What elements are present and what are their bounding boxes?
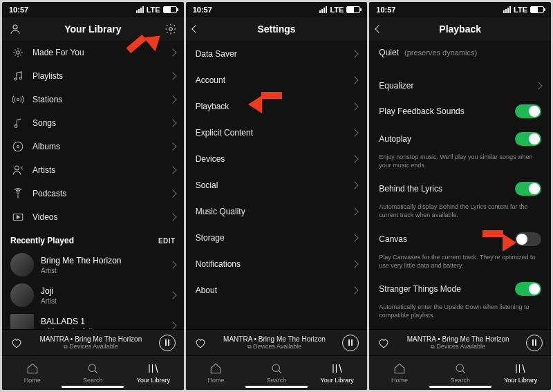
library-item-videos[interactable]: Videos	[2, 205, 184, 229]
recent-item[interactable]: Joji Artist	[2, 280, 184, 310]
playback-row-canvas: Canvas	[369, 225, 551, 253]
settings-item-notifications[interactable]: Notifications	[186, 251, 368, 277]
settings-title: Settings	[257, 24, 295, 35]
home-indicator	[429, 386, 491, 388]
now-playing-meta: MANTRA • Bring Me The Horizon ⧉ Devices …	[30, 335, 152, 351]
screen-settings: 10:57 LTE Settings Data Saver Account Pl…	[186, 2, 368, 390]
chevron-right-icon	[351, 129, 359, 136]
library-title: Your Library	[64, 24, 121, 35]
settings-item-music-quality[interactable]: Music Quality	[186, 198, 368, 225]
chevron-right-icon	[351, 286, 359, 294]
library-icon	[147, 362, 160, 375]
playback-desc: Enjoy nonstop music. We'll play you simi…	[369, 153, 551, 175]
chevron-right-icon	[169, 72, 176, 80]
pause-button[interactable]	[159, 335, 176, 351]
settings-item-social[interactable]: Social	[186, 172, 368, 198]
chevron-right-icon	[169, 189, 176, 197]
tab-search[interactable]: Search	[63, 356, 124, 390]
playback-list: Quiet(preserves dynamics) Equalizer Play…	[369, 41, 551, 329]
recent-item[interactable]: Bring Me The Horizon Artist	[2, 250, 184, 280]
artwork	[10, 283, 34, 307]
toggle-play-feedback-sounds[interactable]	[515, 104, 541, 118]
tab-your-library[interactable]: Your Library	[307, 356, 368, 390]
tab-your-library[interactable]: Your Library	[123, 356, 184, 390]
library-item-artists[interactable]: Artists	[2, 158, 184, 182]
now-playing-bar[interactable]: MANTRA • Bring Me The Horizon⧉ Devices A…	[186, 329, 368, 355]
svg-point-4	[19, 77, 21, 80]
pause-button[interactable]	[526, 335, 543, 351]
playback-desc: Automatically display Behind the Lyrics …	[369, 203, 551, 225]
library-item-podcasts[interactable]: Podcasts	[2, 182, 184, 205]
edit-button[interactable]: EDIT	[158, 237, 176, 245]
svg-point-9	[15, 166, 19, 170]
library-item-albums[interactable]: Albums	[2, 135, 184, 158]
settings-item-account[interactable]: Account	[186, 67, 368, 93]
profile-button[interactable]	[9, 17, 21, 41]
chevron-right-icon	[351, 155, 359, 162]
playback-header: Playback	[369, 17, 551, 41]
quiet-row[interactable]: Quiet(preserves dynamics)	[369, 41, 551, 64]
toggle-autoplay[interactable]	[515, 132, 541, 146]
tab-your-library[interactable]: Your Library	[490, 356, 551, 390]
settings-header: Settings	[186, 17, 368, 41]
podcast-icon	[12, 187, 24, 200]
home-icon	[209, 362, 222, 375]
recent-item[interactable]: BALLADS 1 ● Album • by Joji	[2, 310, 184, 329]
library-item-songs[interactable]: Songs	[2, 111, 184, 135]
library-icon	[331, 362, 344, 375]
toggle-behind-the-lyrics[interactable]	[515, 182, 541, 196]
svg-point-7	[13, 142, 23, 151]
toggle-canvas[interactable]	[515, 232, 541, 246]
chevron-right-icon	[351, 234, 359, 241]
chevron-right-icon	[351, 207, 359, 215]
chevron-right-icon	[169, 48, 176, 56]
library-item-playlists[interactable]: Playlists	[2, 64, 184, 88]
playback-row-equalizer[interactable]: Equalizer	[369, 74, 551, 97]
artwork	[10, 253, 34, 277]
library-item-made-for-you[interactable]: Made For You	[2, 41, 184, 64]
chevron-right-icon	[351, 50, 359, 57]
playback-desc: Automatically enter the Upside Down when…	[369, 303, 551, 325]
home-indicator	[245, 386, 308, 388]
playback-title: Playback	[439, 24, 481, 35]
tab-home[interactable]: Home	[2, 356, 63, 390]
recently-played-header: Recently Played EDIT	[2, 229, 184, 250]
settings-item-data-saver[interactable]: Data Saver	[186, 41, 368, 67]
toggle-stranger-things-mode[interactable]	[515, 282, 541, 296]
heart-icon[interactable]	[377, 337, 390, 349]
chevron-right-icon	[169, 261, 176, 268]
chevron-right-icon	[169, 95, 176, 103]
chevron-right-icon	[169, 213, 176, 221]
status-carrier: LTE	[147, 6, 160, 14]
back-button[interactable]	[376, 17, 382, 41]
settings-item-storage[interactable]: Storage	[186, 225, 368, 251]
svg-point-8	[17, 146, 19, 148]
status-bar: 10:57 LTE	[186, 2, 368, 17]
heart-icon[interactable]	[10, 337, 23, 349]
playback-row-play-feedback-sounds: Play Feedback Sounds	[369, 97, 551, 125]
settings-item-about[interactable]: About	[186, 277, 368, 304]
library-item-label: Stations	[32, 95, 170, 104]
playback-row-stranger-things-mode: Stranger Things Mode	[369, 275, 551, 303]
tab-home[interactable]: Home	[186, 356, 247, 390]
settings-item-devices[interactable]: Devices	[186, 146, 368, 172]
tab-home[interactable]: Home	[369, 356, 430, 390]
tab-search[interactable]: Search	[430, 356, 491, 390]
library-icon	[514, 362, 527, 375]
pause-button[interactable]	[342, 335, 359, 351]
battery-icon	[346, 6, 360, 13]
settings-button[interactable]	[165, 17, 177, 41]
search-icon	[454, 362, 467, 375]
settings-item-explicit-content[interactable]: Explicit Content	[186, 120, 368, 146]
chevron-right-icon	[351, 76, 359, 84]
heart-icon[interactable]	[194, 337, 207, 349]
now-playing-bar[interactable]: MANTRA • Bring Me The Horizon⧉ Devices A…	[369, 329, 551, 355]
tab-search[interactable]: Search	[246, 356, 307, 390]
album-icon	[12, 140, 24, 153]
library-item-stations[interactable]: Stations	[2, 88, 184, 111]
back-button[interactable]	[193, 17, 198, 41]
now-playing-bar[interactable]: MANTRA • Bring Me The Horizon ⧉ Devices …	[2, 329, 184, 355]
chevron-right-icon	[534, 82, 542, 89]
settings-item-playback[interactable]: Playback	[186, 93, 368, 120]
tab-bar: Home Search Your Library	[2, 355, 184, 390]
